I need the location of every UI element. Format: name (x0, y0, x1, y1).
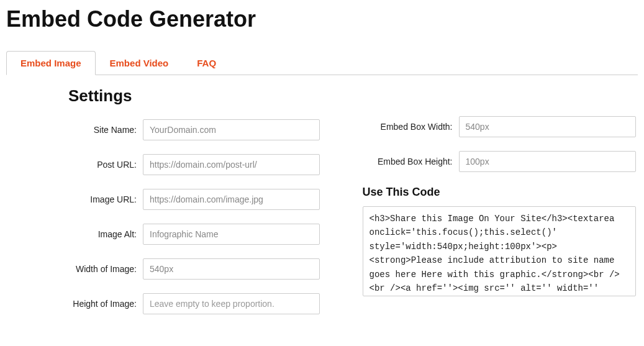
height-of-image-input[interactable] (143, 293, 320, 314)
label-height-of-image: Height of Image: (68, 299, 143, 309)
label-image-alt: Image Alt: (68, 229, 143, 239)
image-url-input[interactable] (143, 189, 320, 210)
image-alt-input[interactable] (143, 224, 320, 245)
tab-embed-image[interactable]: Embed Image (6, 51, 96, 75)
use-this-code-heading: Use This Code (363, 186, 638, 199)
tab-faq[interactable]: FAQ (183, 51, 230, 75)
embed-box-height-input[interactable] (459, 151, 636, 172)
label-post-url: Post URL: (68, 160, 143, 170)
label-embed-box-height: Embed Box Height: (363, 157, 459, 166)
embed-code-output[interactable] (363, 206, 636, 296)
embed-box-width-input[interactable] (459, 116, 636, 137)
label-image-url: Image URL: (68, 194, 143, 204)
page-title: Embed Code Generator (6, 6, 638, 32)
settings-heading: Settings (68, 86, 344, 106)
label-site-name: Site Name: (68, 125, 143, 135)
label-embed-box-width: Embed Box Width: (363, 122, 459, 132)
label-width-of-image: Width of Image: (68, 264, 143, 274)
site-name-input[interactable] (143, 119, 320, 140)
width-of-image-input[interactable] (143, 258, 320, 280)
tabs-bar: Embed Image Embed Video FAQ (6, 51, 638, 75)
tab-embed-video[interactable]: Embed Video (96, 51, 183, 75)
post-url-input[interactable] (143, 154, 320, 175)
